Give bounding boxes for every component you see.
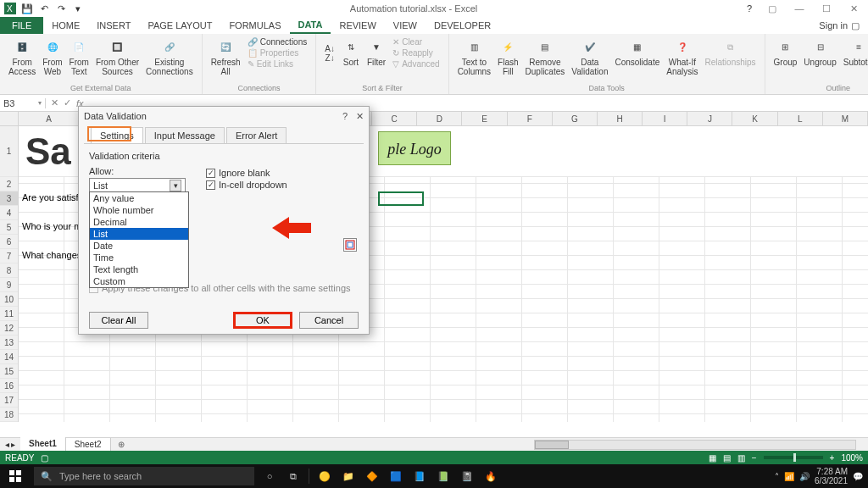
view-normal-icon[interactable]: ▦	[709, 453, 716, 463]
dialog-tab-settings[interactable]: Settings	[91, 127, 143, 143]
edit-links-button[interactable]: ✎Edit Links	[248, 59, 308, 69]
tab-developer[interactable]: DEVELOPER	[426, 17, 499, 34]
data-validation-button[interactable]: ✔️Data Validation	[568, 36, 611, 78]
app-icon[interactable]: 🟦	[384, 464, 408, 488]
filter-button[interactable]: ▼Filter	[364, 36, 389, 69]
row-header[interactable]: 3	[0, 191, 18, 206]
zoom-slider[interactable]	[764, 456, 823, 459]
reapply-button[interactable]: ↻Reapply	[392, 48, 439, 58]
sheet-tab[interactable]: Sheet2	[66, 438, 111, 452]
group-button[interactable]: ⊞Group	[771, 36, 801, 69]
sort-az-button[interactable]: A↓Z↓	[321, 36, 338, 64]
qat-dropdown-icon[interactable]: ▾	[71, 2, 85, 15]
minimize-icon[interactable]: —	[788, 2, 810, 15]
onenote-icon[interactable]: 📓	[455, 464, 479, 488]
add-sheet-button[interactable]: ⊕	[111, 440, 131, 449]
tab-data[interactable]: DATA	[290, 17, 331, 34]
sheet-nav-next-icon[interactable]: ▸	[11, 440, 15, 449]
subtotal-button[interactable]: ≡Subtotal	[840, 36, 868, 69]
dropdown-option[interactable]: Any value	[90, 192, 188, 204]
properties-button[interactable]: 📋Properties	[248, 48, 308, 58]
cancel-icon[interactable]: ✕	[51, 97, 58, 108]
select-all-corner[interactable]	[0, 112, 19, 125]
remove-dup-button[interactable]: ▤Remove Duplicates	[522, 36, 569, 78]
dropdown-option-selected[interactable]: List	[90, 228, 188, 240]
row-header[interactable]: 12	[0, 321, 18, 336]
range-picker-button[interactable]	[343, 238, 357, 252]
chevron-down-icon[interactable]: ▾	[170, 180, 181, 191]
col-header[interactable]: G	[553, 112, 598, 125]
close-icon[interactable]: ✕	[843, 2, 865, 15]
row-header[interactable]: 11	[0, 307, 18, 321]
col-header[interactable]: K	[732, 112, 777, 125]
dialog-close-icon[interactable]: ✕	[356, 111, 364, 122]
row-header[interactable]: 8	[0, 263, 18, 278]
tab-view[interactable]: VIEW	[385, 17, 426, 34]
cortana-icon[interactable]: ○	[258, 464, 281, 488]
consolidate-button[interactable]: ▦Consolidate	[611, 36, 663, 69]
clock-time[interactable]: 7:28 AM	[815, 467, 848, 476]
whatif-button[interactable]: ❓What-If Analysis	[663, 36, 701, 78]
undo-icon[interactable]: ↶	[37, 2, 51, 15]
macro-record-icon[interactable]: ▢	[41, 453, 48, 463]
ok-button[interactable]: OK	[233, 312, 292, 329]
row-header[interactable]: 10	[0, 292, 18, 307]
row-header[interactable]: 16	[0, 379, 18, 393]
col-header[interactable]: A	[19, 112, 81, 125]
tab-page-layout[interactable]: PAGE LAYOUT	[139, 17, 220, 34]
notification-icon[interactable]: 💬	[853, 472, 863, 481]
col-header[interactable]: D	[417, 112, 462, 125]
sort-button[interactable]: ⇅Sort	[338, 36, 364, 69]
col-header[interactable]: H	[598, 112, 643, 125]
dialog-tab-error[interactable]: Error Alert	[226, 127, 287, 143]
cancel-button[interactable]: Cancel	[299, 312, 359, 329]
dropdown-option[interactable]: Date	[90, 240, 188, 252]
tray-chevron-icon[interactable]: ˄	[775, 472, 779, 481]
scroll-thumb[interactable]	[535, 441, 569, 449]
chrome-icon[interactable]: 🟡	[313, 464, 337, 488]
tab-file[interactable]: FILE	[0, 17, 43, 34]
signin[interactable]: Sign in▢	[810, 17, 868, 34]
row-header[interactable]: 13	[0, 336, 18, 350]
view-pagebreak-icon[interactable]: ▥	[737, 453, 745, 463]
help-icon[interactable]: ?	[743, 2, 756, 15]
save-icon[interactable]: 💾	[20, 2, 34, 15]
from-other-button[interactable]: 🔲From Other Sources	[92, 36, 142, 78]
tab-insert[interactable]: INSERT	[88, 17, 139, 34]
col-header[interactable]: C	[372, 112, 417, 125]
col-header[interactable]: M	[823, 112, 868, 125]
zoom-level[interactable]: 100%	[841, 453, 863, 463]
row-header[interactable]: 5	[0, 220, 18, 235]
dropdown-option[interactable]: Whole number	[90, 204, 188, 216]
refresh-button[interactable]: 🔄Refresh All	[208, 36, 244, 78]
app-icon[interactable]: 🔥	[479, 464, 503, 488]
dropdown-option[interactable]: Custom	[90, 275, 188, 287]
speaker-icon[interactable]: 🔊	[799, 472, 810, 481]
row-header[interactable]: 9	[0, 278, 18, 292]
sheet-tab[interactable]: Sheet1	[20, 437, 66, 452]
sheet-nav-prev-icon[interactable]: ◂	[5, 440, 9, 449]
col-header[interactable]: E	[462, 112, 507, 125]
task-view-icon[interactable]: ⧉	[281, 464, 305, 488]
from-web-button[interactable]: 🌐From Web	[39, 36, 65, 78]
col-header[interactable]: J	[687, 112, 732, 125]
tab-home[interactable]: HOME	[43, 17, 88, 34]
clear-button[interactable]: ✕Clear	[392, 37, 439, 47]
dropdown-option[interactable]: Decimal	[90, 216, 188, 228]
name-box[interactable]: B3▾	[0, 98, 46, 108]
dropdown-option[interactable]: Time	[90, 252, 188, 263]
excel-taskbar-icon[interactable]: 📗	[431, 464, 455, 488]
app-icon[interactable]: 🔶	[360, 464, 384, 488]
row-header[interactable]: 4	[0, 206, 18, 220]
row-header[interactable]: 2	[0, 177, 18, 191]
word-icon[interactable]: 📘	[408, 464, 431, 488]
maximize-icon[interactable]: ☐	[815, 2, 837, 15]
tab-formulas[interactable]: FORMULAS	[220, 17, 289, 34]
zoom-in-icon[interactable]: +	[830, 453, 835, 463]
row-header[interactable]: 15	[0, 364, 18, 379]
row-header[interactable]: 6	[0, 235, 18, 249]
incell-dropdown-checkbox[interactable]: ✓In-cell dropdown	[206, 180, 287, 190]
col-header[interactable]: F	[508, 112, 553, 125]
enter-icon[interactable]: ✓	[64, 97, 71, 108]
row-header[interactable]: 7	[0, 249, 18, 263]
